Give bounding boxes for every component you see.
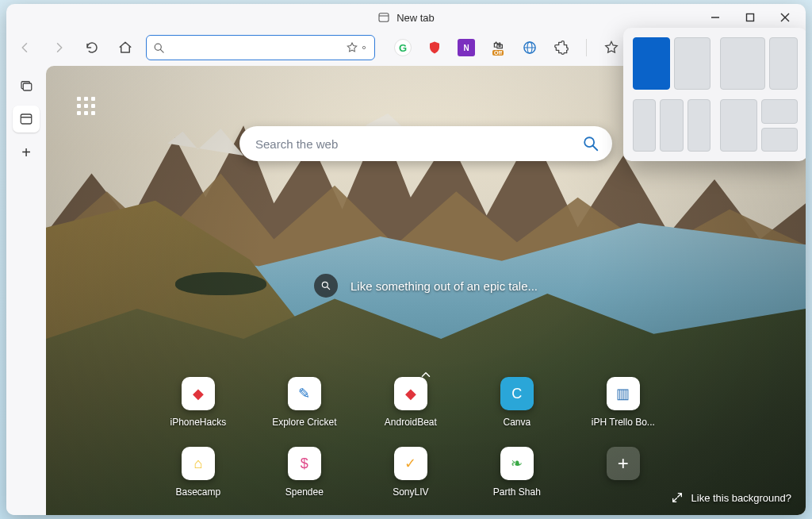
- snap-layout-quad[interactable]: [720, 99, 798, 152]
- tile-icon: ◆: [394, 377, 427, 410]
- add-quick-link-button[interactable]: +: [594, 447, 653, 498]
- quick-link-tile[interactable]: CCanva: [488, 377, 546, 428]
- refresh-icon: [85, 40, 99, 55]
- snap-part[interactable]: [688, 99, 710, 152]
- tile-label: iPhoneHacks: [170, 417, 226, 428]
- snap-part[interactable]: [761, 128, 799, 152]
- extension-grammarly[interactable]: G: [394, 39, 412, 56]
- address-input[interactable]: [168, 42, 343, 54]
- web-search-bar[interactable]: [239, 126, 612, 161]
- tiles-row-1: ◆iPhoneHacks✎Explore Cricket◆AndroidBeat…: [169, 377, 653, 428]
- home-icon: [118, 40, 132, 55]
- newpage-icon: [19, 112, 33, 126]
- expand-icon: [671, 491, 684, 504]
- tab-newtab-current[interactable]: [13, 106, 40, 133]
- web-search-input[interactable]: [255, 137, 582, 151]
- favorite-star[interactable]: [346, 41, 368, 54]
- tile-label: Explore Cricket: [272, 417, 336, 428]
- like-background-button[interactable]: Like this background?: [671, 491, 791, 504]
- tiny-gear-icon: [360, 44, 368, 52]
- tile-label: iPH Trello Bo...: [592, 417, 655, 428]
- quick-link-tile[interactable]: ✎Explore Cricket: [275, 377, 334, 428]
- snap-part[interactable]: [660, 99, 683, 152]
- back-button[interactable]: [13, 35, 38, 60]
- snap-layout-wide-narrow[interactable]: [720, 37, 798, 90]
- snap-layout-thirds[interactable]: [633, 99, 710, 152]
- snap-layout-half-half[interactable]: [633, 37, 710, 90]
- hint-text: Like something out of an epic tale...: [350, 279, 538, 293]
- browser-window: New tab: [6, 4, 806, 515]
- title-center: New tab: [377, 11, 435, 24]
- window-title: New tab: [396, 12, 435, 24]
- maximize-button[interactable]: [733, 4, 768, 31]
- tile-icon: C: [500, 377, 534, 410]
- quick-link-tile[interactable]: ❧Parth Shah: [488, 447, 546, 498]
- extension-honey[interactable]: 🛍 Off: [489, 39, 507, 56]
- tile-label: Spendee: [285, 486, 324, 498]
- hint-search-icon: [320, 280, 331, 291]
- tile-icon: $: [288, 447, 321, 480]
- quick-link-tile[interactable]: $Spendee: [275, 447, 334, 498]
- search-magnify-icon[interactable]: [582, 135, 599, 152]
- snap-part[interactable]: [720, 99, 757, 152]
- minimize-icon: [710, 13, 720, 22]
- snap-part[interactable]: [633, 99, 656, 152]
- tab-actions-button[interactable]: [13, 72, 40, 99]
- tile-icon: ▥: [607, 377, 640, 410]
- quick-link-tile[interactable]: ◆iPhoneHacks: [169, 377, 228, 428]
- tile-label: Canva: [503, 417, 530, 428]
- snap-part[interactable]: [761, 99, 799, 124]
- tile-label: Basecamp: [175, 486, 220, 498]
- puzzle-icon: [553, 40, 569, 56]
- snap-part[interactable]: [769, 37, 798, 90]
- tabs-icon: [19, 79, 33, 93]
- refresh-button[interactable]: [79, 35, 105, 60]
- tile-icon: ❧: [500, 447, 534, 480]
- svg-rect-13: [23, 83, 32, 90]
- search-icon: [153, 42, 165, 54]
- new-tab-button[interactable]: +: [13, 139, 40, 166]
- extension-onenote[interactable]: N: [458, 39, 475, 56]
- forward-icon: [52, 40, 66, 55]
- tile-label: SonyLIV: [393, 486, 428, 498]
- newtab-icon: [377, 11, 390, 24]
- hint-circle-icon: [314, 274, 338, 298]
- titlebar: New tab: [6, 4, 806, 31]
- maximize-icon: [745, 13, 755, 22]
- close-button[interactable]: [768, 4, 802, 31]
- app-launcher-button[interactable]: [73, 93, 98, 118]
- off-badge: Off: [492, 50, 504, 56]
- favorites-button[interactable]: [603, 39, 620, 56]
- svg-line-7: [160, 49, 163, 52]
- quick-link-tile[interactable]: ⌂Basecamp: [169, 447, 228, 498]
- forward-button[interactable]: [46, 35, 71, 60]
- extension-translate[interactable]: [521, 39, 538, 56]
- tile-label: AndroidBeat: [385, 417, 437, 428]
- svg-rect-3: [747, 14, 754, 21]
- snap-layouts-popup[interactable]: [623, 28, 806, 161]
- extensions-button[interactable]: [553, 39, 570, 56]
- svg-line-17: [593, 146, 598, 151]
- quick-link-tile[interactable]: ✓SonyLIV: [381, 447, 440, 498]
- quick-link-tile[interactable]: ◆AndroidBeat: [381, 377, 440, 428]
- snap-part[interactable]: [674, 37, 711, 90]
- back-icon: [18, 40, 33, 55]
- tiles-row-2: ⌂Basecamp$Spendee✓SonyLIV❧Parth Shah+: [169, 447, 653, 498]
- tile-icon: ⌂: [182, 447, 215, 480]
- snap-part-selected[interactable]: [633, 37, 670, 90]
- background-hint[interactable]: Like something out of an epic tale...: [314, 274, 538, 298]
- tile-icon: ✓: [394, 447, 427, 480]
- minimize-button[interactable]: [698, 4, 733, 31]
- bag-icon: 🛍: [493, 40, 503, 50]
- vertical-tab-strip: +: [6, 66, 46, 515]
- extension-adblock[interactable]: [426, 39, 443, 56]
- home-button[interactable]: [113, 35, 138, 60]
- extensions-row: G N 🛍 Off: [383, 39, 620, 56]
- shield-red-icon: [427, 40, 442, 55]
- plus-icon: +: [607, 447, 640, 480]
- svg-rect-14: [21, 114, 32, 124]
- close-icon: [780, 13, 790, 22]
- address-bar[interactable]: [146, 35, 375, 60]
- quick-link-tile[interactable]: ▥iPH Trello Bo...: [594, 377, 653, 428]
- snap-part[interactable]: [720, 37, 765, 90]
